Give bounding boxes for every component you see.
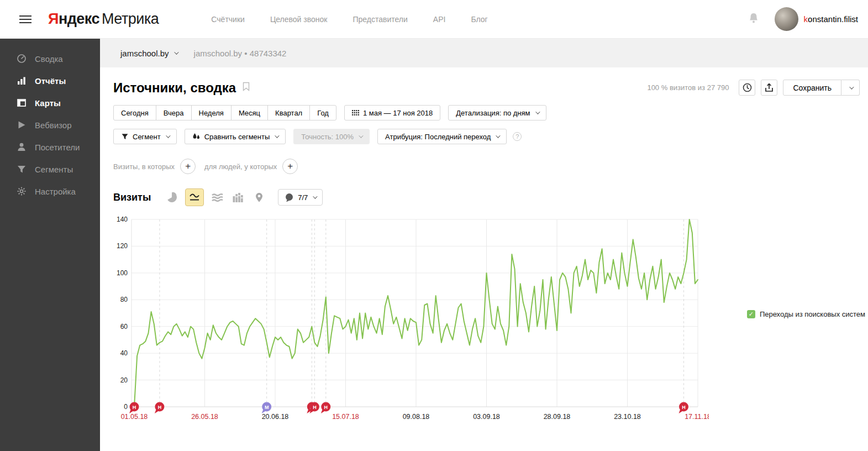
pie-chart-icon [166,192,177,203]
chevron-down-icon [166,133,170,138]
svg-text:20.06.18: 20.06.18 [262,413,289,421]
period-today-button[interactable]: Сегодня [113,105,156,120]
nav-representatives[interactable]: Представители [353,15,407,24]
sidebar-item-segments[interactable]: Сегменты [0,158,100,180]
calendar-grid-icon [352,110,359,116]
sidebar-item-maps[interactable]: Карты [0,92,100,114]
svg-text:Н: Н [133,405,136,410]
chevron-down-icon [275,133,279,138]
svg-text:15.07.18: 15.07.18 [332,413,359,421]
svg-text:Н: Н [158,405,162,410]
segment-button[interactable]: Сегмент [113,129,177,144]
yandex-metrika-logo[interactable]: ЯндексМетрика [48,11,159,28]
date-range-button[interactable]: 1 мая — 17 ноя 2018 [344,105,440,120]
stacked-area-icon [212,193,223,202]
gauge-icon [17,54,27,64]
svg-text:60: 60 [120,323,128,331]
svg-text:26.05.18: 26.05.18 [191,413,218,421]
bar-chart-icon [17,76,27,86]
column-chart-icon [233,193,244,202]
filter-visits-label: Визиты, в которых [113,162,175,171]
svg-text:17.11.18: 17.11.18 [685,413,709,421]
user-name[interactable]: konstantin.filist [804,14,858,24]
nav-target-call[interactable]: Целевой звонок [270,15,328,24]
play-icon [17,120,27,130]
sidebar-item-settings[interactable]: Настройка [0,180,100,202]
hamburger-menu-icon[interactable] [19,13,31,25]
svg-text:40: 40 [120,349,128,357]
counter-selector[interactable]: jamschool.by [120,49,177,58]
bookmark-icon[interactable] [243,82,250,93]
attribution-dropdown[interactable]: Атрибуция: Последний переход [377,129,507,144]
note-marker[interactable]: Н [679,402,689,414]
svg-text:М: М [265,405,269,410]
map-pin-icon [255,192,264,203]
user-avatar[interactable] [775,7,798,31]
counter-meta: jamschool.by • 48743342 [194,49,287,58]
export-button[interactable] [761,80,777,96]
note-marker[interactable]: Н [129,402,139,414]
svg-text:01.05.18: 01.05.18 [121,413,148,421]
bell-icon[interactable] [748,12,759,27]
svg-text:Н: Н [682,405,686,410]
chevron-down-icon [174,50,178,54]
svg-text:Н: Н [324,405,328,410]
legend-label: Переходы из поисковых систем [760,310,865,318]
add-people-filter-button[interactable]: + [282,159,298,174]
line-chart-icon [189,193,200,202]
period-year-button[interactable]: Год [309,105,336,120]
chevron-down-icon [535,109,540,114]
chart-type-pie-button[interactable] [164,190,180,205]
svg-text:100: 100 [117,269,128,277]
history-button[interactable] [739,80,755,96]
sidebar-item-reports[interactable]: Отчёты [0,70,100,92]
svg-text:09.08.18: 09.08.18 [403,413,430,421]
filter-people-label: для людей, у которых [204,162,277,171]
period-month-button[interactable]: Месяц [231,105,268,120]
svg-text:80: 80 [120,296,128,303]
save-dropdown-button[interactable] [841,80,860,96]
svg-text:03.09.18: 03.09.18 [473,413,500,421]
period-yesterday-button[interactable]: Вчера [156,105,192,120]
nav-blog[interactable]: Блог [471,15,487,24]
chart-title: Визиты [113,192,151,203]
chart-type-line-button[interactable] [185,188,204,206]
period-quarter-button[interactable]: Квартал [267,105,310,120]
sidebar-item-visitors[interactable]: Посетители [0,136,100,158]
person-icon [17,142,27,152]
legend-checkbox[interactable]: ✓ [747,310,755,318]
chart-type-columns-button[interactable] [230,190,246,205]
gear-icon [17,186,27,196]
top-nav: Счётчики Целевой звонок Представители AP… [211,15,487,24]
note-marker[interactable]: Н [309,402,319,414]
chart-type-area-button[interactable] [209,190,225,205]
chart-legend: ✓ Переходы из поисковых систем [747,310,865,318]
sidebar-item-webvisor[interactable]: Вебвизор [0,114,100,136]
drops-icon [192,133,201,140]
compare-segments-button[interactable]: Сравнить сегменты [185,129,286,144]
note-marker[interactable]: Н [155,402,165,414]
svg-text:0: 0 [124,403,128,411]
chevron-down-icon [849,85,854,89]
note-marker[interactable]: Н [321,402,331,414]
nav-counters[interactable]: Счётчики [211,15,245,24]
detail-dropdown[interactable]: Детализация: по дням [448,105,546,120]
sidebar-item-summary[interactable]: Сводка [0,48,100,70]
visits-chart[interactable]: 02040608010012014001.05.1826.05.1820.06.… [113,215,709,424]
app-header: ЯндексМетрика Счётчики Целевой звонок Пр… [0,0,868,39]
svg-text:120: 120 [117,242,128,250]
chevron-down-icon [359,133,363,138]
funnel-icon [121,133,129,140]
accuracy-dropdown[interactable]: Точность: 100% [293,129,370,144]
add-visits-filter-button[interactable]: + [180,159,196,174]
speech-bubble-icon [285,193,294,202]
note-marker[interactable]: М [262,402,272,414]
goals-dropdown[interactable]: 7/7 [278,189,323,206]
help-icon[interactable]: ? [513,132,522,141]
chart-type-map-button[interactable] [251,190,267,205]
main-content: Источники, сводка 100 % визитов из 27 79… [100,67,868,451]
counter-bar: jamschool.by jamschool.by • 48743342 [100,39,868,67]
nav-api[interactable]: API [433,15,446,24]
save-button[interactable]: Сохранить [783,80,841,96]
period-week-button[interactable]: Неделя [191,105,232,120]
